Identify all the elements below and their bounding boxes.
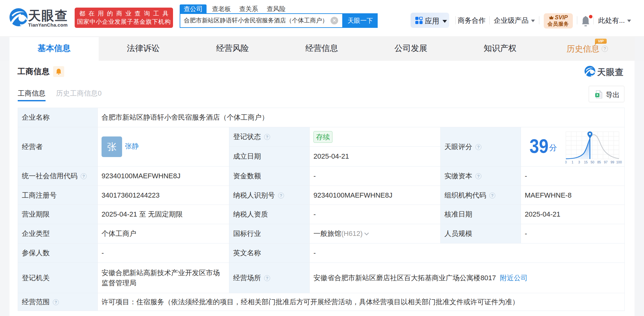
svg-text:100: 100 [616,160,622,164]
svg-text:1: 1 [572,160,573,164]
svg-text:0: 0 [565,160,567,164]
svg-text:99: 99 [610,160,614,164]
svg-text:97: 97 [604,160,608,164]
svg-text:85: 85 [597,160,601,164]
svg-text:15: 15 [584,160,588,164]
svg-text:50: 50 [591,160,594,164]
svg-text:3: 3 [578,160,580,164]
svg-text:X: X [596,93,599,97]
